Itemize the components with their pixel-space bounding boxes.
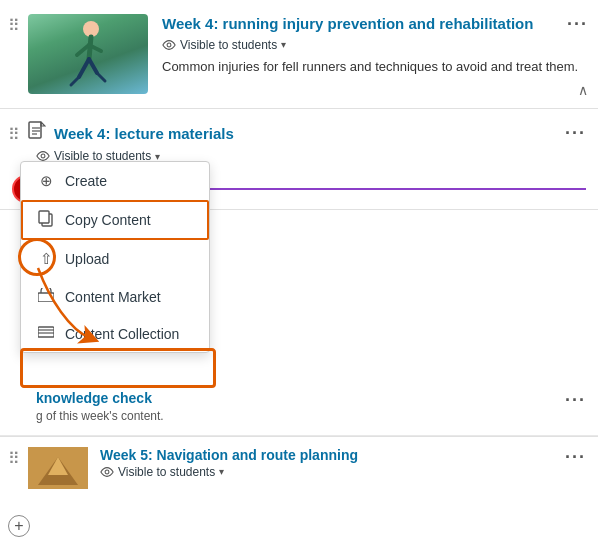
knowledge-title[interactable]: knowledge check xyxy=(36,390,565,406)
svg-rect-9 xyxy=(29,122,41,138)
visibility-label: Visible to students xyxy=(180,38,277,52)
copy-content-menu-item[interactable]: Copy Content xyxy=(21,200,209,240)
visibility-badge[interactable]: Visible to students ▾ xyxy=(162,38,586,52)
card-thumbnail xyxy=(28,14,148,94)
svg-point-23 xyxy=(105,470,109,474)
lecture-section: ⠿ Week 4: lecture materials ··· Visible … xyxy=(0,109,598,210)
file-icon xyxy=(28,121,46,141)
upload-label: Upload xyxy=(65,251,109,267)
knowledge-content: knowledge check g of this week's content… xyxy=(36,390,565,425)
svg-point-8 xyxy=(167,43,171,47)
section-eye-icon xyxy=(36,151,50,161)
add-content-dropdown: ⊕ Create Copy Content ⇧ Upload C xyxy=(20,161,210,353)
create-menu-item[interactable]: ⊕ Create xyxy=(21,162,209,200)
add-item-button[interactable]: + xyxy=(8,515,30,537)
week5-visibility[interactable]: Visible to students ▾ xyxy=(100,465,565,479)
copy-content-icon xyxy=(38,210,54,227)
week4-running-card: ⠿ Week 4: running injury prevention and … xyxy=(0,0,598,109)
runner-illustration xyxy=(61,17,116,92)
content-market-label: Content Market xyxy=(65,289,161,305)
svg-rect-15 xyxy=(39,211,49,223)
week5-card: ⠿ Week 5: Navigation and route planning … xyxy=(0,437,598,499)
more-options-button[interactable]: ··· xyxy=(567,14,588,35)
week5-content: Week 5: Navigation and route planning Vi… xyxy=(100,447,565,479)
week5-visibility-label: Visible to students xyxy=(118,465,215,479)
svg-line-6 xyxy=(71,77,79,85)
svg-rect-17 xyxy=(38,327,54,337)
knowledge-check-item: knowledge check g of this week's content… xyxy=(0,380,598,436)
drag-handle[interactable]: ⠿ xyxy=(8,18,20,34)
card-description: Common injuries for fell runners and tec… xyxy=(162,58,586,76)
content-collection-label: Content Collection xyxy=(65,326,179,342)
week5-more-button[interactable]: ··· xyxy=(565,447,586,468)
svg-line-7 xyxy=(97,73,105,81)
document-icon xyxy=(28,121,46,145)
section-chevron-icon: ▾ xyxy=(155,151,160,162)
content-market-menu-item[interactable]: Content Market xyxy=(21,278,209,315)
week5-chevron-icon: ▾ xyxy=(219,466,224,477)
create-icon: ⊕ xyxy=(37,172,55,190)
knowledge-more-button[interactable]: ··· xyxy=(565,390,586,411)
knowledge-description: g of this week's content. xyxy=(36,409,565,425)
mountain-illustration xyxy=(28,447,88,489)
svg-line-3 xyxy=(89,59,97,73)
week5-thumbnail xyxy=(28,447,88,489)
market-icon xyxy=(38,288,54,302)
content-market-icon xyxy=(37,288,55,305)
copy-content-label: Copy Content xyxy=(65,212,151,228)
week5-drag-handle[interactable]: ⠿ xyxy=(8,451,20,467)
section-more-button[interactable]: ··· xyxy=(565,123,586,144)
collapse-button[interactable]: ∧ xyxy=(578,82,588,98)
content-collection-menu-item[interactable]: Content Collection xyxy=(21,315,209,352)
eye-icon xyxy=(162,40,176,50)
chevron-down-icon: ▾ xyxy=(281,39,286,50)
collection-icon xyxy=(38,325,54,339)
card-title[interactable]: Week 4: running injury prevention and re… xyxy=(162,14,586,34)
section-drag-handle[interactable]: ⠿ xyxy=(8,127,20,143)
week5-title[interactable]: Week 5: Navigation and route planning xyxy=(100,447,565,463)
card-content: Week 4: running injury prevention and re… xyxy=(162,14,586,76)
content-collection-icon xyxy=(37,325,55,342)
section-header: ⠿ Week 4: lecture materials ··· xyxy=(8,121,586,145)
create-label: Create xyxy=(65,173,107,189)
section-title[interactable]: Week 4: lecture materials xyxy=(54,125,565,142)
upload-icon: ⇧ xyxy=(37,250,55,268)
upload-menu-item[interactable]: ⇧ Upload xyxy=(21,240,209,278)
week5-eye-icon xyxy=(100,467,114,477)
svg-line-2 xyxy=(79,59,89,77)
copy-icon xyxy=(37,210,55,230)
svg-rect-16 xyxy=(38,293,54,302)
svg-point-13 xyxy=(41,154,45,158)
